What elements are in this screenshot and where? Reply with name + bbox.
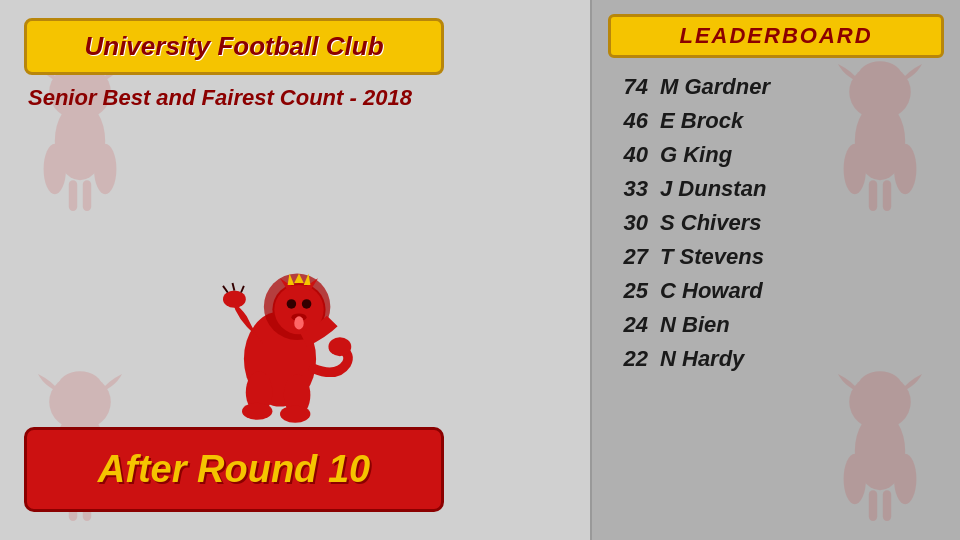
leaderboard-row: 27T Stevens <box>608 242 944 272</box>
lb-score: 24 <box>612 312 648 338</box>
svg-rect-23 <box>883 180 891 211</box>
subtitle-box: Senior Best and Fairest Count - 2018 <box>24 85 444 111</box>
subtitle-text: Senior Best and Fairest Count - 2018 <box>28 85 444 111</box>
watermark-lion-br <box>810 360 950 520</box>
lb-score: 33 <box>612 176 648 202</box>
lb-name: C Howard <box>660 278 763 304</box>
svg-point-41 <box>302 299 312 309</box>
svg-point-25 <box>865 77 873 85</box>
main-container: University Football Club Senior Best and… <box>0 0 960 540</box>
svg-rect-22 <box>869 180 877 211</box>
lb-name: T Stevens <box>660 244 764 270</box>
lb-score: 74 <box>612 74 648 100</box>
lb-score: 46 <box>612 108 648 134</box>
svg-point-30 <box>894 454 916 504</box>
svg-line-47 <box>233 283 235 291</box>
leaderboard-row: 24N Bien <box>608 310 944 340</box>
svg-rect-32 <box>883 490 891 521</box>
round-label: After Round 10 <box>47 448 421 491</box>
lb-name: S Chivers <box>660 210 762 236</box>
lb-name: M Gardner <box>660 74 770 100</box>
club-title: University Football Club <box>57 31 411 62</box>
lion-image <box>180 240 380 440</box>
title-box: University Football Club <box>24 18 444 75</box>
watermark-lion-tr <box>810 50 950 210</box>
svg-point-34 <box>865 387 873 395</box>
leaderboard-row: 25C Howard <box>608 276 944 306</box>
svg-point-35 <box>887 387 895 395</box>
svg-point-40 <box>287 299 297 309</box>
lb-score: 22 <box>612 346 648 372</box>
svg-point-57 <box>294 316 304 329</box>
svg-point-21 <box>894 144 916 194</box>
leaderboard-title: LEADERBOARD <box>631 23 921 49</box>
lb-score: 27 <box>612 244 648 270</box>
svg-line-46 <box>223 286 228 293</box>
svg-rect-31 <box>869 490 877 521</box>
svg-point-33 <box>858 371 903 405</box>
svg-line-48 <box>241 286 244 293</box>
svg-point-51 <box>242 403 272 420</box>
lb-name: J Dunstan <box>660 176 766 202</box>
round-box: After Round 10 <box>24 427 444 512</box>
lb-name: G King <box>660 142 732 168</box>
svg-point-20 <box>844 144 866 194</box>
svg-point-52 <box>280 406 310 423</box>
lb-score: 40 <box>612 142 648 168</box>
lb-name: N Bien <box>660 312 730 338</box>
lb-name: N Hardy <box>660 346 744 372</box>
lb-score: 25 <box>612 278 648 304</box>
svg-point-29 <box>844 454 866 504</box>
svg-point-26 <box>887 77 895 85</box>
lb-name: E Brock <box>660 108 743 134</box>
svg-point-45 <box>223 291 246 308</box>
svg-point-53 <box>328 337 351 356</box>
svg-point-24 <box>858 61 903 95</box>
lb-score: 30 <box>612 210 648 236</box>
left-panel: University Football Club Senior Best and… <box>0 0 590 540</box>
